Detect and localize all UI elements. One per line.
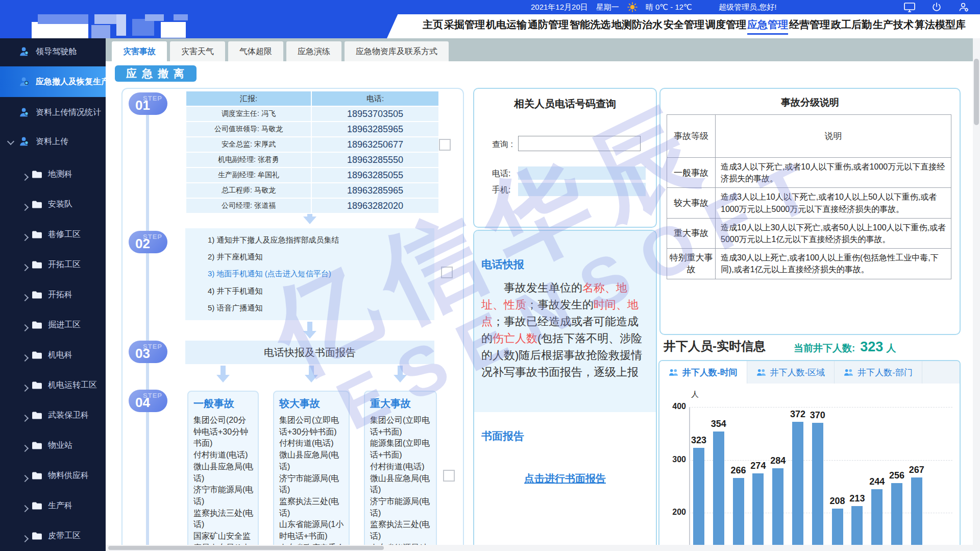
report-phone: 18953703505 xyxy=(312,107,438,121)
nav-item-应急管理[interactable]: 应急管理 xyxy=(747,18,788,35)
report-phone: 18963282020 xyxy=(312,199,438,213)
nav-item-算法模型库[interactable]: 算法模型库 xyxy=(915,18,966,35)
nav-item-地测防治水[interactable]: 地测防治水 xyxy=(611,18,663,35)
folder-icon xyxy=(32,351,42,360)
report-table: 汇报:电话:调度室主任: 冯飞18953703505公司值班领导: 马敬龙189… xyxy=(185,90,439,214)
nav-item-主页[interactable]: 主页 xyxy=(423,18,443,35)
sidebar-folder-生产科[interactable]: 生产科 xyxy=(0,495,106,517)
query-input[interactable] xyxy=(518,136,641,151)
folder-label: 皮带工区 xyxy=(48,531,81,541)
underground-title: 井下人员-实时信息 xyxy=(664,338,766,354)
monitor-icon[interactable] xyxy=(903,2,916,13)
sidebar-folder-皮带工区[interactable]: 皮带工区 xyxy=(0,525,106,547)
sidebar-folder-物业站[interactable]: 物业站 xyxy=(0,435,106,457)
step-number: 04 xyxy=(135,395,150,411)
step1-checkbox[interactable] xyxy=(439,139,451,151)
chart-plot: 人 20030040032335426627428437237020821324… xyxy=(659,384,960,551)
chart-bar-value: 370 xyxy=(805,410,830,421)
sidebar-folder-机电运转工区[interactable]: 机电运转工区 xyxy=(0,374,106,397)
accident-box-一般事故: 一般事故集团公司(20分钟电话+30分钟书面) 付村街道(电话) 微山县应急局(… xyxy=(187,391,259,550)
notify-item-link[interactable]: 3) 地面手机通知 (点击进入短信平台) xyxy=(208,269,434,279)
report-person: 机电副经理: 张君勇 xyxy=(186,153,311,167)
accident-box-body: 集团公司(立即电话+30分钟书面) 付村街道(电话) 微山县应急局(电话) 济宁… xyxy=(279,415,345,550)
sidebar-folder-机电科[interactable]: 机电科 xyxy=(0,344,106,367)
chart-tab-井下人数-区域[interactable]: 井下人数-区域 xyxy=(747,361,835,384)
folder-icon xyxy=(32,291,42,299)
user-settings-icon[interactable] xyxy=(958,2,970,13)
nav-item-调度管理[interactable]: 调度管理 xyxy=(705,18,746,35)
phone-report-paragraph: 事故发生单位的名称、地址、性质；事故发生的时间、地点；事故已经造成或者可能造成的… xyxy=(481,279,648,380)
topbar-greeting: 超级管理员,您好! xyxy=(719,3,776,12)
grade-description: 造成3人以上10人以下死亡,或者10人以上50人以下重伤,或者1000万元以上5… xyxy=(716,188,951,218)
step4-checkbox[interactable] xyxy=(443,470,455,482)
report-actions-panel: 电话快报 事故发生单位的名称、地址、性质；事故发生的时间、地点；事故已经造成或者… xyxy=(473,230,657,551)
written-report-link[interactable]: 点击进行书面报告 xyxy=(474,472,656,486)
sidebar-folder-武装保卫科[interactable]: 武装保卫科 xyxy=(0,404,106,427)
chart-tab-井下人数-部门[interactable]: 井下人数-部门 xyxy=(835,361,922,384)
query-label: 查询 : xyxy=(492,139,513,150)
notify-item: 2) 井下座机通知 xyxy=(208,252,434,262)
chevron-right-icon xyxy=(21,535,29,542)
chart-bar xyxy=(851,506,863,551)
topbar-icons xyxy=(903,2,970,13)
highlighted-text: 伤亡人数 xyxy=(493,332,537,345)
person-icon xyxy=(18,76,30,87)
nav-item-采掘管理[interactable]: 采掘管理 xyxy=(444,18,485,35)
person-icon xyxy=(18,107,30,118)
chart-tab-label: 井下人数-区域 xyxy=(770,367,825,378)
topbar: 2021年12月20日 星期一 晴 0℃ - 12℃ 超级管理员,您好! xyxy=(0,0,980,14)
sidebar-item-领导驾驶舱[interactable]: 领导驾驶舱 xyxy=(0,40,106,63)
flow-arrow-down xyxy=(305,366,318,382)
nav-item-机电运输[interactable]: 机电运输 xyxy=(486,18,527,35)
app-window: 2021年12月20日 星期一 晴 0℃ - 12℃ 超级管理员,您好! 主页采… xyxy=(0,0,980,551)
topbar-weather: 晴 0℃ - 12℃ xyxy=(646,3,692,12)
nav-item-安全管理[interactable]: 安全管理 xyxy=(664,18,704,35)
step-badge-04: STEP04 xyxy=(129,390,167,412)
folder-icon xyxy=(32,321,42,329)
chart-tab-井下人数-时间[interactable]: 井下人数-时间 xyxy=(659,361,747,384)
chart-bar xyxy=(792,422,803,551)
table-row: 生产副经理: 牟国礼18963285055 xyxy=(186,168,438,182)
table-row: 一般事故造成3人以下死亡,或者10人以下重伤,或者1000万元以下直接经济损失的… xyxy=(667,158,951,188)
sidebar-folder-开拓工区[interactable]: 开拓工区 xyxy=(0,254,106,276)
sidebar-folder-地测科[interactable]: 地测科 xyxy=(0,163,106,186)
sidebar-item-资料上传情况统计[interactable]: 资料上传情况统计 xyxy=(0,101,106,124)
nav-item-政工后勤[interactable]: 政工后勤 xyxy=(831,18,872,35)
sidebar-item-应急撤人及恢复生产流程[interactable]: 应急撤人及恢复生产流程 xyxy=(0,66,106,97)
tab-气体超限[interactable]: 气体超限 xyxy=(228,41,283,61)
horizontal-scrollbar-thumb[interactable] xyxy=(108,546,384,550)
chart-bar xyxy=(871,489,883,551)
tab-灾害天气[interactable]: 灾害天气 xyxy=(170,41,225,61)
underground-current: 当前井下人数: 323 人 xyxy=(794,339,896,355)
vertical-scrollbar-thumb[interactable] xyxy=(974,59,979,125)
person-icon xyxy=(18,136,30,147)
report-person: 调度室主任: 冯飞 xyxy=(186,107,311,121)
sidebar-item-资料上传[interactable]: 资料上传 xyxy=(0,130,106,153)
sidebar-folder-掘进工区[interactable]: 掘进工区 xyxy=(0,314,106,337)
nav-item-生产技术[interactable]: 生产技术 xyxy=(873,18,914,35)
grade-header-level: 事故等级 xyxy=(667,115,716,158)
underground-chart-panel: 井下人数-时间井下人数-区域井下人数-部门 人 2003004003233542… xyxy=(658,360,961,551)
tab-应急演练[interactable]: 应急演练 xyxy=(286,41,341,61)
phone-query-title: 相关人员电话号码查询 xyxy=(474,97,656,111)
y-axis-line xyxy=(689,407,690,551)
topbar-date: 2021年12月20日 xyxy=(531,3,588,12)
nav-item-通防管理[interactable]: 通防管理 xyxy=(528,18,569,35)
current-count-value: 323 xyxy=(860,339,883,355)
step2-checkbox[interactable] xyxy=(441,267,453,278)
paragraph-text: ；事故发生的 xyxy=(526,298,594,311)
accident-box-重大事故: 重大事故集团公司(立即电话+书面) 能源集团(立即电话+书面) 付村街道(电话)… xyxy=(364,391,437,550)
tab-应急物资库及联系方式[interactable]: 应急物资库及联系方式 xyxy=(345,41,449,61)
nav-item-智能洗选[interactable]: 智能洗选 xyxy=(570,18,610,35)
phone-report-title: 电话快报 xyxy=(481,257,524,272)
folder-icon xyxy=(32,441,42,450)
sidebar-folder-开拓科[interactable]: 开拓科 xyxy=(0,284,106,306)
power-icon[interactable] xyxy=(931,2,942,13)
folder-icon xyxy=(32,170,42,179)
sidebar-folder-安装队[interactable]: 安装队 xyxy=(0,194,106,216)
nav-item-经营管理[interactable]: 经营管理 xyxy=(789,18,830,35)
sidebar-folder-物料供应科[interactable]: 物料供应科 xyxy=(0,465,106,487)
tab-灾害事故[interactable]: 灾害事故 xyxy=(112,41,167,61)
sidebar-folder-巷修工区[interactable]: 巷修工区 xyxy=(0,224,106,246)
table-row: 特别重大事故造成30人以上死亡,或者100人以上重伤(包括急性工业中毒,下同),… xyxy=(667,249,951,279)
